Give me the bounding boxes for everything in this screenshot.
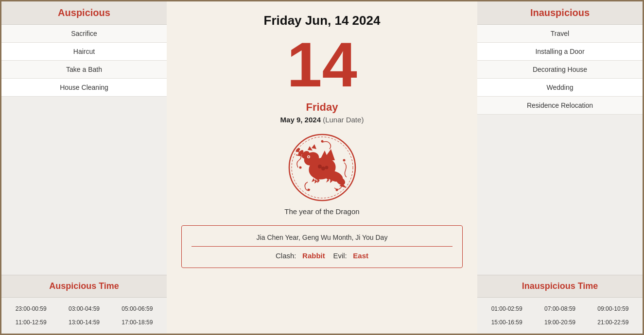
left-panel: Auspicious Sacrifice Haircut Take a Bath… — [1, 1, 167, 334]
list-item: Decorating House — [477, 61, 643, 79]
time-cell: 13:00-14:59 — [58, 317, 109, 328]
inauspicious-time-header: Inauspicious Time — [477, 275, 643, 298]
evil-value: East — [353, 251, 368, 260]
day-number: 14 — [287, 33, 357, 96]
auspicious-items: Sacrifice Haircut Take a Bath House Clea… — [1, 25, 167, 150]
list-item: Installing a Door — [477, 43, 643, 61]
dragon-zodiac-icon — [288, 134, 356, 201]
svg-marker-14 — [314, 179, 317, 184]
svg-point-21 — [318, 165, 322, 168]
evil-label: Evil: — [333, 251, 347, 260]
date-title: Friday Jun, 14 2024 — [264, 13, 381, 28]
svg-point-28 — [299, 167, 301, 169]
time-cell: 19:00-20:59 — [534, 317, 585, 328]
svg-marker-6 — [312, 144, 316, 149]
auspicious-title: Auspicious — [58, 7, 110, 18]
time-cell: 01:00-02:59 — [481, 303, 532, 314]
list-item: Wedding — [477, 79, 643, 97]
zodiac-label: The year of the Dragon — [284, 207, 359, 216]
svg-point-32 — [335, 189, 338, 191]
inauspicious-header: Inauspicious — [477, 1, 643, 25]
inauspicious-title: Inauspicious — [530, 7, 590, 18]
right-panel: Inauspicious Travel Installing a Door De… — [477, 1, 643, 334]
clash-label: Clash: — [276, 251, 296, 260]
info-box: Jia Chen Year, Geng Wu Month, Ji You Day… — [181, 225, 463, 268]
svg-marker-5 — [308, 146, 313, 151]
time-cell: 21:00-22:59 — [588, 317, 639, 328]
main-panel: Friday Jun, 14 2024 14 Friday May 9, 202… — [167, 1, 477, 334]
info-line1: Jia Chen Year, Geng Wu Month, Ji You Day — [191, 234, 453, 247]
list-item: House Cleaning — [1, 79, 167, 97]
svg-point-30 — [321, 140, 323, 143]
time-cell: 07:00-08:59 — [534, 303, 585, 314]
lunar-date: May 9, 2024 (Lunar Date) — [280, 116, 364, 124]
time-cell: 09:00-10:59 — [588, 303, 639, 314]
inauspicious-time-title: Inauspicious Time — [522, 281, 598, 291]
list-item: Residence Relocation — [477, 97, 643, 115]
svg-point-22 — [321, 167, 325, 170]
inauspicious-times: 01:00-02:59 07:00-08:59 09:00-10:59 15:0… — [477, 298, 643, 334]
svg-point-29 — [343, 159, 345, 162]
list-item: Take a Bath — [1, 61, 167, 79]
svg-point-8 — [308, 156, 309, 158]
inauspicious-items: Travel Installing a Door Decorating Hous… — [477, 25, 643, 150]
svg-marker-13 — [312, 178, 315, 182]
time-cell: 15:00-16:59 — [481, 317, 532, 328]
weekday: Friday — [306, 101, 338, 114]
time-cell: 03:00-04:59 — [58, 303, 109, 314]
auspicious-header: Auspicious — [1, 1, 167, 25]
time-cell: 11:00-12:59 — [5, 317, 56, 328]
auspicious-times: 23:00-00:59 03:00-04:59 05:00-06:59 11:0… — [1, 298, 167, 334]
auspicious-time-title: Auspicious Time — [49, 281, 119, 291]
svg-point-31 — [307, 189, 310, 191]
list-item: Sacrifice — [1, 25, 167, 43]
time-cell: 17:00-18:59 — [112, 317, 163, 328]
list-item: Travel — [477, 25, 643, 43]
info-line2: Clash: Rabbit Evil: East — [191, 251, 453, 260]
time-cell: 23:00-00:59 — [5, 303, 56, 314]
list-item: Haircut — [1, 43, 167, 61]
time-cell: 05:00-06:59 — [112, 303, 163, 314]
auspicious-time-header: Auspicious Time — [1, 275, 167, 298]
clash-value: Rabbit — [302, 251, 325, 260]
svg-point-23 — [325, 166, 328, 169]
